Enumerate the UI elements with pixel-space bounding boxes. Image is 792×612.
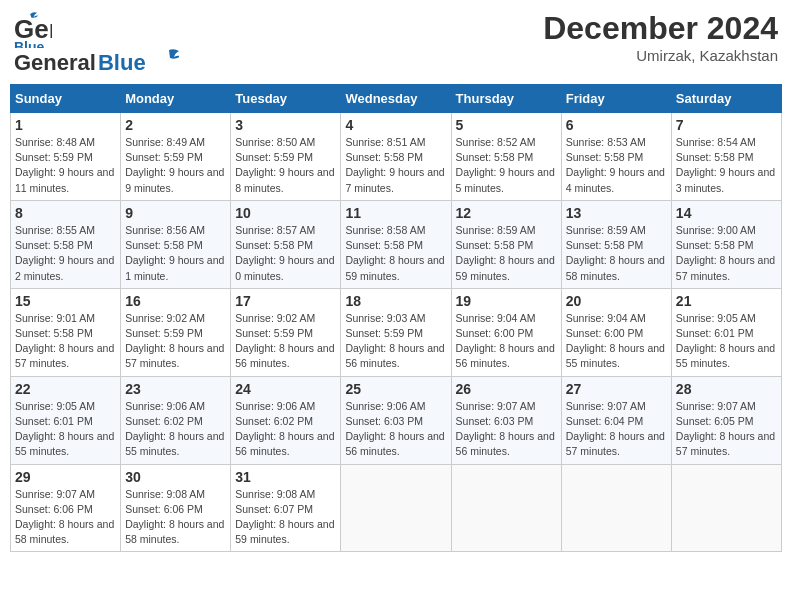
day-info: Sunrise: 8:48 AMSunset: 5:59 PMDaylight:… (15, 136, 114, 194)
day-info: Sunrise: 9:01 AMSunset: 5:58 PMDaylight:… (15, 312, 114, 370)
calendar-cell: 28 Sunrise: 9:07 AMSunset: 6:05 PMDaylig… (671, 376, 781, 464)
day-info: Sunrise: 8:49 AMSunset: 5:59 PMDaylight:… (125, 136, 224, 194)
day-info: Sunrise: 8:54 AMSunset: 5:58 PMDaylight:… (676, 136, 775, 194)
calendar-cell: 9 Sunrise: 8:56 AMSunset: 5:58 PMDayligh… (121, 200, 231, 288)
title-block: December 2024 Umirzak, Kazakhstan (543, 10, 778, 64)
calendar-cell (561, 464, 671, 552)
calendar-cell: 19 Sunrise: 9:04 AMSunset: 6:00 PMDaylig… (451, 288, 561, 376)
day-number: 11 (345, 205, 446, 221)
calendar-cell: 31 Sunrise: 9:08 AMSunset: 6:07 PMDaylig… (231, 464, 341, 552)
day-info: Sunrise: 9:06 AMSunset: 6:03 PMDaylight:… (345, 400, 444, 458)
calendar-cell: 22 Sunrise: 9:05 AMSunset: 6:01 PMDaylig… (11, 376, 121, 464)
day-info: Sunrise: 8:57 AMSunset: 5:58 PMDaylight:… (235, 224, 334, 282)
calendar-cell: 12 Sunrise: 8:59 AMSunset: 5:58 PMDaylig… (451, 200, 561, 288)
month-title: December 2024 (543, 10, 778, 47)
calendar-cell: 24 Sunrise: 9:06 AMSunset: 6:02 PMDaylig… (231, 376, 341, 464)
day-info: Sunrise: 8:58 AMSunset: 5:58 PMDaylight:… (345, 224, 444, 282)
calendar-cell: 17 Sunrise: 9:02 AMSunset: 5:59 PMDaylig… (231, 288, 341, 376)
calendar-cell: 20 Sunrise: 9:04 AMSunset: 6:00 PMDaylig… (561, 288, 671, 376)
calendar-cell: 8 Sunrise: 8:55 AMSunset: 5:58 PMDayligh… (11, 200, 121, 288)
calendar-cell: 4 Sunrise: 8:51 AMSunset: 5:58 PMDayligh… (341, 113, 451, 201)
day-number: 7 (676, 117, 777, 133)
calendar-cell (341, 464, 451, 552)
calendar-cell: 1 Sunrise: 8:48 AMSunset: 5:59 PMDayligh… (11, 113, 121, 201)
day-number: 27 (566, 381, 667, 397)
day-number: 4 (345, 117, 446, 133)
day-number: 20 (566, 293, 667, 309)
day-info: Sunrise: 9:04 AMSunset: 6:00 PMDaylight:… (456, 312, 555, 370)
calendar-header-row: SundayMondayTuesdayWednesdayThursdayFrid… (11, 85, 782, 113)
day-number: 1 (15, 117, 116, 133)
calendar-cell: 11 Sunrise: 8:58 AMSunset: 5:58 PMDaylig… (341, 200, 451, 288)
svg-text:Blue: Blue (14, 39, 45, 48)
day-info: Sunrise: 8:50 AMSunset: 5:59 PMDaylight:… (235, 136, 334, 194)
calendar-cell: 14 Sunrise: 9:00 AMSunset: 5:58 PMDaylig… (671, 200, 781, 288)
day-info: Sunrise: 9:08 AMSunset: 6:06 PMDaylight:… (125, 488, 224, 546)
day-number: 23 (125, 381, 226, 397)
page-header: General Blue General Blue December 2024 … (10, 10, 782, 76)
day-number: 19 (456, 293, 557, 309)
day-info: Sunrise: 9:02 AMSunset: 5:59 PMDaylight:… (235, 312, 334, 370)
calendar-cell: 18 Sunrise: 9:03 AMSunset: 5:59 PMDaylig… (341, 288, 451, 376)
day-number: 12 (456, 205, 557, 221)
day-number: 17 (235, 293, 336, 309)
weekday-header: Tuesday (231, 85, 341, 113)
logo-icon: General Blue (14, 10, 52, 48)
day-info: Sunrise: 9:07 AMSunset: 6:03 PMDaylight:… (456, 400, 555, 458)
day-info: Sunrise: 8:59 AMSunset: 5:58 PMDaylight:… (456, 224, 555, 282)
day-info: Sunrise: 9:05 AMSunset: 6:01 PMDaylight:… (676, 312, 775, 370)
calendar-cell: 30 Sunrise: 9:08 AMSunset: 6:06 PMDaylig… (121, 464, 231, 552)
day-info: Sunrise: 8:51 AMSunset: 5:58 PMDaylight:… (345, 136, 444, 194)
calendar-cell: 29 Sunrise: 9:07 AMSunset: 6:06 PMDaylig… (11, 464, 121, 552)
calendar-cell: 21 Sunrise: 9:05 AMSunset: 6:01 PMDaylig… (671, 288, 781, 376)
day-info: Sunrise: 9:07 AMSunset: 6:06 PMDaylight:… (15, 488, 114, 546)
calendar-cell: 15 Sunrise: 9:01 AMSunset: 5:58 PMDaylig… (11, 288, 121, 376)
day-number: 24 (235, 381, 336, 397)
day-info: Sunrise: 9:06 AMSunset: 6:02 PMDaylight:… (125, 400, 224, 458)
calendar-cell: 26 Sunrise: 9:07 AMSunset: 6:03 PMDaylig… (451, 376, 561, 464)
calendar-cell: 25 Sunrise: 9:06 AMSunset: 6:03 PMDaylig… (341, 376, 451, 464)
calendar-cell: 27 Sunrise: 9:07 AMSunset: 6:04 PMDaylig… (561, 376, 671, 464)
day-number: 8 (15, 205, 116, 221)
day-info: Sunrise: 8:53 AMSunset: 5:58 PMDaylight:… (566, 136, 665, 194)
calendar-cell (671, 464, 781, 552)
day-number: 31 (235, 469, 336, 485)
day-info: Sunrise: 9:00 AMSunset: 5:58 PMDaylight:… (676, 224, 775, 282)
day-info: Sunrise: 9:03 AMSunset: 5:59 PMDaylight:… (345, 312, 444, 370)
day-number: 21 (676, 293, 777, 309)
day-number: 10 (235, 205, 336, 221)
day-number: 30 (125, 469, 226, 485)
weekday-header: Saturday (671, 85, 781, 113)
day-number: 14 (676, 205, 777, 221)
day-number: 29 (15, 469, 116, 485)
logo-blue: Blue (98, 50, 146, 76)
day-number: 16 (125, 293, 226, 309)
day-number: 3 (235, 117, 336, 133)
calendar-week-row: 22 Sunrise: 9:05 AMSunset: 6:01 PMDaylig… (11, 376, 782, 464)
day-info: Sunrise: 9:06 AMSunset: 6:02 PMDaylight:… (235, 400, 334, 458)
calendar-cell: 2 Sunrise: 8:49 AMSunset: 5:59 PMDayligh… (121, 113, 231, 201)
day-info: Sunrise: 9:04 AMSunset: 6:00 PMDaylight:… (566, 312, 665, 370)
weekday-header: Sunday (11, 85, 121, 113)
day-number: 25 (345, 381, 446, 397)
calendar-cell: 10 Sunrise: 8:57 AMSunset: 5:58 PMDaylig… (231, 200, 341, 288)
location: Umirzak, Kazakhstan (543, 47, 778, 64)
day-number: 9 (125, 205, 226, 221)
day-number: 28 (676, 381, 777, 397)
day-info: Sunrise: 9:07 AMSunset: 6:05 PMDaylight:… (676, 400, 775, 458)
day-info: Sunrise: 8:59 AMSunset: 5:58 PMDaylight:… (566, 224, 665, 282)
calendar-week-row: 15 Sunrise: 9:01 AMSunset: 5:58 PMDaylig… (11, 288, 782, 376)
calendar-cell (451, 464, 561, 552)
day-info: Sunrise: 8:55 AMSunset: 5:58 PMDaylight:… (15, 224, 114, 282)
day-number: 5 (456, 117, 557, 133)
calendar-table: SundayMondayTuesdayWednesdayThursdayFrid… (10, 84, 782, 552)
day-info: Sunrise: 9:05 AMSunset: 6:01 PMDaylight:… (15, 400, 114, 458)
day-info: Sunrise: 8:56 AMSunset: 5:58 PMDaylight:… (125, 224, 224, 282)
day-number: 2 (125, 117, 226, 133)
day-number: 15 (15, 293, 116, 309)
day-info: Sunrise: 9:08 AMSunset: 6:07 PMDaylight:… (235, 488, 334, 546)
calendar-cell: 5 Sunrise: 8:52 AMSunset: 5:58 PMDayligh… (451, 113, 561, 201)
day-number: 22 (15, 381, 116, 397)
weekday-header: Thursday (451, 85, 561, 113)
calendar-cell: 16 Sunrise: 9:02 AMSunset: 5:59 PMDaylig… (121, 288, 231, 376)
